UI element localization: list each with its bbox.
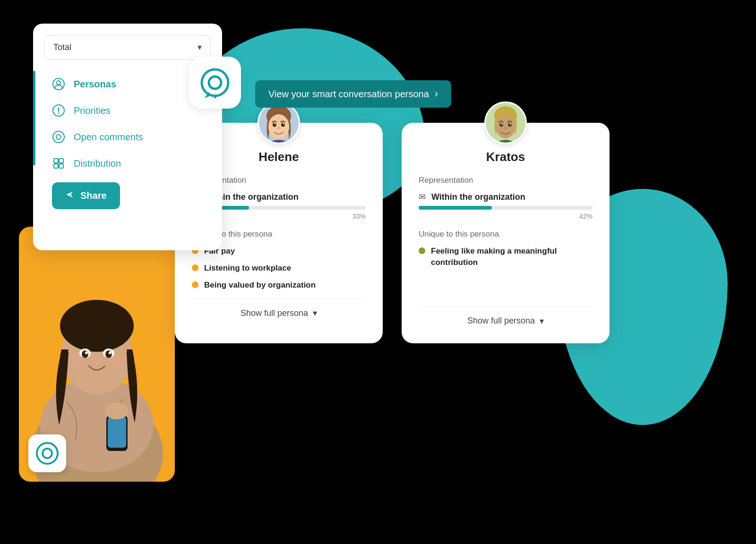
svg-point-29 [202, 69, 228, 96]
svg-rect-25 [54, 159, 58, 163]
open-comments-label: Open comments [74, 132, 143, 143]
banner-arrow-icon: › [435, 88, 438, 100]
sidebar-item-priorities[interactable]: Priorities [44, 97, 211, 124]
svg-point-19 [57, 81, 60, 85]
chevron-down-icon: ▾ [198, 42, 202, 52]
orange-dot-2 [192, 264, 198, 271]
svg-point-45 [510, 123, 511, 125]
kratos-envelope-icon: ✉ [419, 192, 426, 202]
kratos-avatar [484, 102, 527, 144]
svg-point-16 [37, 443, 58, 464]
grid-icon [52, 157, 65, 170]
svg-point-24 [56, 135, 61, 139]
kratos-show-persona-button[interactable]: Show full persona ▾ [419, 306, 593, 328]
svg-point-44 [501, 123, 503, 125]
kratos-show-persona-label: Show full persona [467, 316, 535, 326]
helene-chevron-down-icon: ▾ [313, 308, 317, 318]
kratos-percent: 42% [419, 212, 593, 220]
svg-point-23 [53, 131, 64, 143]
svg-point-4 [60, 300, 134, 352]
kratos-progress-fill [419, 206, 492, 210]
person-circle-icon [52, 77, 65, 91]
svg-point-10 [109, 351, 112, 354]
helene-face-svg [259, 103, 299, 143]
kratos-name: Kratos [419, 150, 593, 164]
svg-point-9 [85, 351, 88, 354]
dropdown-selected-value: Total [53, 42, 71, 52]
distribution-label: Distribution [74, 158, 121, 169]
helene-unique-text-2: Listening to workplace [204, 263, 291, 274]
svg-point-33 [268, 114, 289, 139]
svg-point-15 [105, 402, 129, 419]
logo-icon [35, 442, 59, 465]
helene-show-persona-button[interactable]: Show full persona ▾ [192, 298, 366, 320]
logo-badge [28, 434, 66, 472]
kratos-within-org-label: Within the organization [431, 192, 525, 202]
personas-label: Personas [74, 79, 116, 90]
photo-card [19, 227, 175, 482]
share-icon [65, 190, 75, 202]
persona-cards-container: Helene Representation ✉ Within the organ… [175, 123, 610, 343]
share-label: Share [80, 190, 107, 201]
banner-text: View your smart conversation persona [268, 89, 429, 100]
helene-unique-text-3: Being valued by organization [204, 280, 316, 291]
exclamation-circle-icon [52, 104, 65, 117]
comment-icon [52, 130, 65, 144]
svg-point-17 [43, 449, 52, 458]
left-accent-bar [33, 71, 35, 165]
svg-point-8 [105, 350, 112, 358]
kratos-representation-label: Representation [419, 176, 593, 185]
svg-point-22 [58, 113, 60, 114]
orange-dot-3 [192, 281, 198, 288]
sidebar-item-distribution[interactable]: Distribution [44, 150, 211, 177]
kratos-avatar-container [419, 102, 593, 144]
svg-point-37 [283, 123, 284, 125]
kratos-face-svg [486, 103, 525, 143]
kratos-rep-row: ✉ Within the organization [419, 192, 593, 202]
priorities-label: Priorities [74, 105, 111, 116]
svg-point-34 [273, 123, 276, 127]
svg-point-36 [275, 123, 276, 125]
svg-point-35 [281, 123, 285, 127]
chat-icon-card [189, 57, 241, 109]
kratos-unique-label: Unique to this persona [419, 230, 593, 239]
olive-dot-1 [419, 247, 425, 254]
dropdown-select[interactable]: Total ▾ [44, 35, 211, 60]
kratos-chevron-down-icon: ▾ [540, 316, 544, 326]
chat-logo-icon [200, 68, 231, 98]
helene-avatar [258, 102, 300, 144]
helene-show-persona-label: Show full persona [241, 308, 308, 318]
persona-card-kratos: Kratos Representation ✉ Within the organ… [402, 123, 610, 343]
svg-point-46 [504, 127, 507, 129]
helene-unique-item-3: Being valued by organization [192, 280, 366, 291]
sidebar-item-personas[interactable]: Personas [44, 71, 211, 97]
svg-point-42 [499, 123, 503, 127]
smart-conversation-banner[interactable]: View your smart conversation persona › [255, 80, 451, 108]
svg-rect-27 [54, 164, 58, 168]
svg-rect-26 [59, 159, 63, 163]
kratos-unique-item-1: Feeling like making a meaningful contrib… [419, 246, 593, 268]
svg-point-11 [68, 357, 83, 366]
scene: Total ▾ Personas [0, 0, 756, 544]
svg-point-43 [508, 123, 512, 127]
svg-point-30 [209, 76, 221, 89]
sidebar-item-open-comments[interactable]: Open comments [44, 124, 211, 150]
share-button[interactable]: Share [52, 182, 120, 209]
svg-rect-14 [108, 417, 126, 448]
svg-point-38 [277, 127, 280, 129]
svg-point-7 [82, 350, 88, 358]
helene-unique-item-2: Listening to workplace [192, 263, 366, 274]
svg-rect-28 [59, 164, 63, 168]
svg-point-12 [111, 357, 126, 366]
kratos-progress-bar [419, 206, 593, 210]
svg-point-41 [496, 115, 515, 138]
kratos-unique-text-1: Feeling like making a meaningful contrib… [431, 246, 593, 268]
sidebar-card: Total ▾ Personas [33, 24, 222, 250]
